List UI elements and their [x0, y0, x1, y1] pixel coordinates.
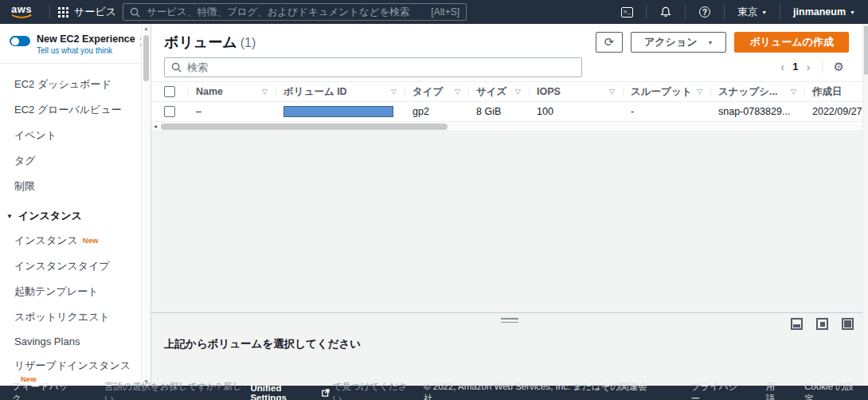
scrollbar-thumb[interactable] [864, 25, 868, 75]
cell-iops: 100 [529, 102, 623, 121]
language-hint: 言語の選択をお探しですか? 新しい Unified Settings で見つけて… [104, 381, 424, 400]
topbar-right: >_ ? 東京 ▼ jinmaneum ▼ [616, 3, 860, 21]
sort-icon[interactable]: ▽ [391, 88, 397, 96]
topbar-divider [685, 5, 686, 19]
sidebar-scrollbar[interactable]: ▲ ▼ [141, 24, 151, 386]
footer-links: © 2022, Amazon Web Services, Inc. またはその関… [424, 381, 862, 400]
divider [822, 59, 823, 73]
copyright: © 2022, Amazon Web Services, Inc. またはその関… [424, 381, 659, 400]
panel-full-icon[interactable] [842, 318, 854, 330]
panel-medium-icon[interactable] [816, 318, 828, 330]
cloudshell-button[interactable]: >_ [616, 3, 638, 21]
volumes-main: ボリューム(1) ⟳ アクション ▼ ボリュームの作成 ‹ 1 › ⚙ [151, 24, 868, 386]
volume-filter-input[interactable] [187, 61, 575, 73]
chevron-down-icon: ▼ [6, 213, 13, 220]
actions-dropdown-button[interactable]: アクション ▼ [631, 32, 726, 53]
sidebar-item-limits[interactable]: 制限 [0, 174, 142, 199]
pagination: ‹ 1 › ⚙ [780, 59, 855, 73]
sidebar-item-events[interactable]: イベント [0, 123, 142, 148]
page-number: 1 [792, 61, 798, 73]
region-label: 東京 [737, 6, 757, 19]
select-volume-message: 上記からボリュームを選択してください [164, 337, 361, 351]
notifications-button[interactable] [655, 3, 677, 21]
region-selector[interactable]: 東京 ▼ [733, 6, 772, 19]
page-content: New EC2 Experience Tell us what you thin… [0, 24, 868, 386]
gear-icon[interactable]: ⚙ [834, 61, 844, 73]
sort-icon[interactable]: ▽ [697, 88, 702, 96]
search-icon [171, 62, 182, 73]
aws-logo[interactable]: aws [11, 5, 32, 19]
ec2-sidebar: New EC2 Experience Tell us what you thin… [0, 24, 151, 386]
panel-size-controls [791, 318, 854, 330]
scrollbar-thumb[interactable] [143, 35, 149, 81]
username-label: jinmaneum [793, 6, 846, 18]
search-icon [130, 7, 140, 18]
scrollbar-thumb[interactable] [161, 124, 448, 130]
sidebar-item-spot-requests[interactable]: スポットリクエスト [0, 304, 142, 330]
sort-icon[interactable]: ▽ [515, 88, 521, 96]
feedback-link[interactable]: Tell us what you think [37, 46, 135, 55]
volume-filter-box[interactable] [164, 57, 582, 77]
table-row[interactable]: – gp2 8 GiB 100 - snap-0783829... 2022/0… [151, 102, 868, 122]
volume-id-redacted [283, 106, 393, 117]
scroll-left-icon[interactable]: ◂ [154, 123, 157, 130]
volumes-table: Name▽ ボリューム ID▽ タイプ▽ サイズ▽ IOPS▽ スループット▽ … [151, 81, 868, 122]
vertical-scrollbar[interactable] [862, 24, 868, 386]
row-checkbox[interactable] [164, 106, 175, 117]
feedback-button[interactable]: フィードバック [12, 381, 76, 400]
panel-resize-handle[interactable] [501, 318, 518, 325]
cell-created: 2022/09/27 [804, 102, 868, 121]
panel-half-icon[interactable] [791, 318, 803, 330]
sidebar-item-instances[interactable]: インスタンスNew [0, 228, 142, 253]
topbar: aws サービス [Alt+S] >_ ? 東京 ▼ jinmaneum ▼ [0, 0, 868, 24]
refresh-button[interactable]: ⟳ [596, 32, 623, 53]
sidebar-item-instance-types[interactable]: インスタンスタイプ [0, 253, 142, 279]
select-all-checkbox[interactable] [164, 86, 175, 97]
topbar-divider [780, 5, 780, 19]
table-header-row: Name▽ ボリューム ID▽ タイプ▽ サイズ▽ IOPS▽ スループット▽ … [151, 82, 868, 102]
sidebar-item-savings-plans[interactable]: Savings Plans [0, 330, 142, 353]
services-label: サービス [74, 5, 116, 19]
global-search-input[interactable] [147, 6, 424, 18]
unified-settings-link[interactable]: Unified Settings [250, 383, 318, 400]
search-shortcut-hint: [Alt+S] [431, 6, 459, 18]
sidebar-item-ec2-dashboard[interactable]: EC2 ダッシュボード [0, 72, 142, 97]
chevron-down-icon: ▼ [708, 40, 714, 45]
sidebar-item-tags[interactable]: タグ [0, 148, 142, 174]
terms-link[interactable]: 用語 [766, 381, 784, 400]
new-experience-toggle[interactable] [10, 36, 30, 46]
sort-icon[interactable]: ▽ [609, 88, 615, 96]
sidebar-item-launch-templates[interactable]: 起動テンプレート [0, 279, 142, 304]
footer: フィードバック 言語の選択をお探しですか? 新しい Unified Settin… [0, 386, 868, 400]
global-search-box[interactable]: [Alt+S] [123, 3, 467, 21]
detail-panel: 上記からボリュームを選択してください [151, 312, 868, 386]
horizontal-scrollbar[interactable]: ◂ ▸ [151, 122, 868, 131]
grid-icon [58, 7, 68, 18]
bell-icon [660, 6, 671, 18]
cookie-settings-link[interactable]: Cookie の設定 [804, 381, 862, 400]
sidebar-section-instances[interactable]: ▼ インスタンス [0, 199, 142, 228]
chevron-down-icon: ▼ [850, 10, 855, 15]
refresh-icon: ⟳ [604, 35, 615, 49]
topbar-divider [646, 5, 647, 19]
cell-throughput: - [623, 102, 710, 121]
sidebar-item-ec2-global-view[interactable]: EC2 グローバルビュー [0, 97, 142, 123]
empty-area [151, 131, 868, 312]
sort-icon[interactable]: ▽ [262, 88, 268, 96]
sort-icon[interactable]: ▽ [791, 88, 796, 96]
services-menu-button[interactable]: サービス [58, 5, 116, 19]
account-menu[interactable]: jinmaneum ▼ [788, 6, 860, 18]
external-link-icon [322, 389, 330, 397]
scroll-up-icon[interactable]: ▲ [142, 25, 151, 31]
next-page-icon[interactable]: › [807, 61, 811, 73]
toggle-knob [11, 37, 19, 45]
prev-page-icon[interactable]: ‹ [780, 61, 784, 73]
cell-type: gp2 [405, 102, 468, 121]
cloudshell-icon: >_ [621, 7, 633, 18]
sidebar-item-reserved-instances[interactable]: リザーブドインスタンス [0, 353, 142, 375]
privacy-link[interactable]: プライバシー [690, 381, 745, 400]
create-volume-button[interactable]: ボリュームの作成 [734, 32, 849, 53]
new-experience-title: New EC2 Experience [37, 33, 135, 45]
help-button[interactable]: ? [694, 3, 716, 21]
sort-icon[interactable]: ▽ [455, 88, 460, 96]
